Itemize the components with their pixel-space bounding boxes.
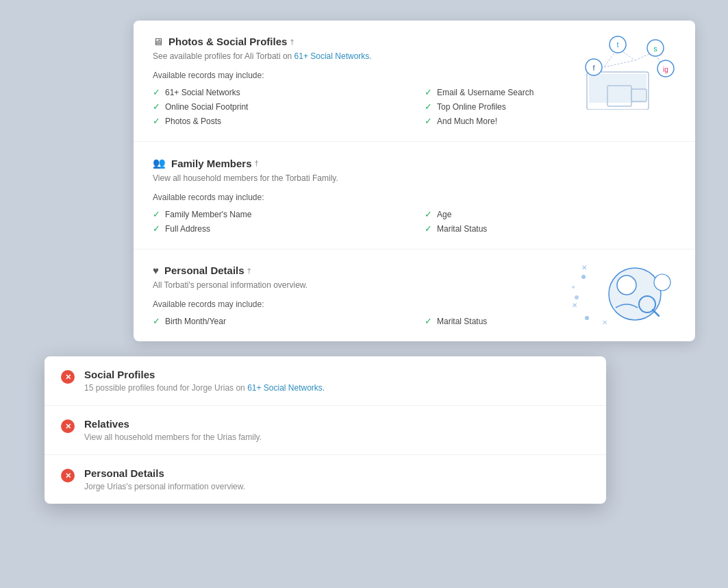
svg-line-8 [604,60,635,67]
personal-jorge-title: Personal Details [84,467,590,479]
monitor-icon: 🖥 [153,36,163,47]
available-label-2: Available records may include: [153,193,676,202]
relatives-title: Relatives [84,418,590,430]
feature-item: ✓Birth Month/Year [153,316,404,326]
check-icon: ✓ [425,223,432,234]
heart-icon: ♥ [153,265,159,276]
svg-point-25 [609,268,661,320]
personal-jorge-subtitle: Jorge Urias's personal information overv… [84,482,590,491]
personal-jorge-content: Personal Details Jorge Urias's personal … [84,467,590,491]
svg-text:ig: ig [663,66,668,73]
svg-point-20 [575,295,579,299]
personal-illustration: ✕ ✕ ✕ [566,256,676,332]
svg-point-19 [581,275,586,279]
svg-text:✕: ✕ [572,302,577,309]
back-card: 🖥 Photos & Social Profiles † See availab… [134,21,695,341]
svg-text:s: s [653,45,657,53]
feature-item: ✓61+ Social Networks [153,87,404,97]
feature-item: ✓And Much More! [425,116,676,126]
check-icon: ✓ [153,101,160,112]
family-subtitle: View all household members for the Torba… [153,173,676,183]
svg-point-22 [572,286,575,289]
feature-item: ✓Age [425,209,676,219]
svg-text:✕: ✕ [581,264,587,271]
close-social-button[interactable]: ✕ [61,370,75,384]
features-grid-2: ✓Family Member's Name ✓Age ✓Full Address… [153,209,676,234]
photos-social-dagger: † [290,38,294,46]
check-icon: ✓ [153,316,160,326]
family-title: Family Members [171,158,252,169]
personal-details-jorge-section: ✕ Personal Details Jorge Urias's persona… [45,455,606,504]
svg-rect-3 [609,87,630,102]
check-icon: ✓ [153,209,160,219]
relatives-section: ✕ Relatives View all household members f… [45,406,606,455]
check-icon: ✓ [425,209,432,219]
social-profiles-subtitle: 15 possible profiles found for Jorge Uri… [84,383,590,393]
svg-line-28 [653,310,659,316]
svg-text:t: t [616,40,618,49]
check-icon: ✓ [425,101,432,112]
feature-item: ✓Photos & Posts [153,116,404,126]
photos-social-section: 🖥 Photos & Social Profiles † See availab… [134,21,695,142]
feature-item: ✓Full Address [153,223,404,234]
social-networks-link-2[interactable]: 61+ Social Networks. [247,383,325,393]
check-icon: ✓ [425,87,432,97]
social-illustration: t f s ig [566,34,676,110]
people-icon: 👥 [153,157,166,169]
personal-details-section: ♥ Personal Details † All Torbati's perso… [134,249,695,341]
personal-title: Personal Details [164,265,244,276]
family-members-section: 👥 Family Members † View all household me… [134,142,695,249]
svg-rect-5 [633,90,645,99]
check-icon: ✓ [153,87,160,97]
svg-point-29 [654,274,670,291]
social-profiles-content: Social Profiles 15 possible profiles fou… [84,369,590,393]
social-profiles-title: Social Profiles [84,369,590,380]
check-icon: ✓ [425,316,432,326]
feature-item: ✓Family Member's Name [153,209,404,219]
svg-point-21 [585,316,589,320]
relatives-content: Relatives View all household members for… [84,418,590,442]
feature-item: ✓Marital Status [425,223,676,234]
svg-text:✕: ✕ [602,319,607,326]
social-networks-link[interactable]: 61+ Social Networks. [294,51,372,61]
photos-social-title: Photos & Social Profiles [168,36,287,47]
front-card: ✕ Social Profiles 15 possible profiles f… [45,356,606,504]
family-dagger: † [255,159,259,167]
feature-item: ✓Online Social Footprint [153,101,404,112]
check-icon: ✓ [153,223,160,234]
close-personal-button[interactable]: ✕ [61,469,75,482]
check-icon: ✓ [153,116,160,126]
relatives-subtitle: View all household members for the Urias… [84,432,590,442]
check-icon: ✓ [425,116,432,126]
close-relatives-button[interactable]: ✕ [61,419,75,433]
personal-dagger: † [247,267,251,275]
social-profiles-section: ✕ Social Profiles 15 possible profiles f… [45,356,606,406]
svg-point-26 [617,275,636,295]
